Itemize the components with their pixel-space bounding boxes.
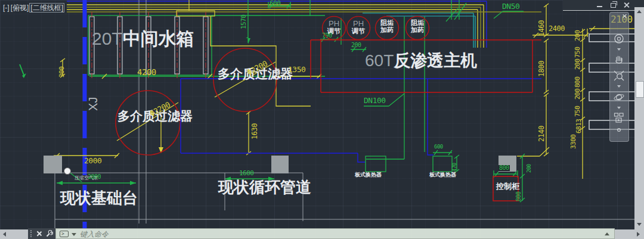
dim-label: 1630 [251,123,258,139]
minimize-button[interactable] [596,2,603,8]
scroll-left-icon[interactable] [3,232,6,237]
dim-label: 2140 [538,126,545,142]
heat-exchanger-2-label: 板式换热器 [429,172,456,178]
dim-label: 750 [574,106,581,117]
tank-label: 20T中间水箱 [92,29,194,48]
minimize-icon [597,6,602,7]
heat-exchanger-1-label: 板式换热器 [355,172,382,178]
horizontal-scrollbar-left[interactable] [0,229,28,239]
restore-button[interactable] [610,2,617,8]
dim-label: 750 [574,47,581,58]
blue-pipes [181,79,541,162]
pan-hand-icon[interactable] [613,54,625,66]
dim-label: 1460 [538,20,545,36]
navbar-close-icon[interactable] [622,14,627,18]
dim-label: 3300 [570,135,577,150]
customize-wrench-icon[interactable] [45,230,53,238]
zoom-icon[interactable] [613,70,625,82]
dim-label: 600 [434,144,443,150]
dim-label: 2400 [549,25,565,32]
dim-label: 2800 [88,174,101,180]
navbar-customize-icon[interactable] [613,127,625,134]
dim-label: 800 [574,77,581,88]
dim-label: 200 [574,59,581,70]
orbit-icon[interactable] [613,91,625,103]
command-input[interactable] [79,229,594,239]
dim-label: 6813 [575,119,582,134]
vertical-scrollbar[interactable] [634,7,644,229]
viewport-controls[interactable]: [-][俯视][二维线框] [2,3,64,13]
antiscale-dosing-2: 阻垢 加药 [406,20,429,33]
dim-label: 200 [351,42,361,48]
command-history-expand-icon[interactable] [605,232,609,235]
scroll-up-icon[interactable] [637,10,642,13]
dn50-label: DN50 [502,2,519,10]
close-icon [623,2,630,8]
dim-label: 200 [574,89,581,100]
ph-dosing-2: PH 调节 [347,20,370,35]
navbar-dropdown-icon[interactable] [617,107,621,109]
drawing-window-titlebar [563,0,644,11]
dim-label: 790 [322,33,332,39]
viewport-menu[interactable]: [-] [2,4,10,12]
horizontal-scrollbar-right[interactable] [615,229,644,239]
dim-label: 2000 [84,157,101,164]
navbar-dropdown-icon[interactable] [617,48,621,51]
axis-xj-label: XJ [87,97,100,111]
vertical-scrollbar-thumb[interactable] [636,81,644,98]
dim-label: 1350 [288,66,305,73]
viewport-visual-style-control[interactable]: [二维线框] [29,3,64,13]
scroll-right-icon[interactable] [637,232,640,237]
navigation-wheel-icon[interactable] [613,33,625,45]
dim-label: 470 [452,163,457,172]
autocad-drawing-canvas: [-][俯视][二维线框] 20T中间水箱 多介质过滤器 多介质过滤器 Φ220… [0,0,644,239]
viewport-view-control[interactable]: [俯视] [10,4,30,12]
navbar-dropdown-icon[interactable] [617,85,621,88]
dn100-label: DN100 [364,97,386,104]
showmotion-icon[interactable] [613,111,625,123]
foundation-label: 现状基础台 [60,190,138,206]
dim-label: 800 [516,191,522,201]
dim-label: 800 [499,165,510,171]
command-prompt-icon[interactable]: > [60,231,69,237]
grip-dots-icon[interactable] [30,230,32,237]
dim-label: 300 [58,67,65,77]
circulation-label: 现状循环管道 [218,179,311,195]
dim-label: 1600 [239,170,254,176]
dim-label: 600 [270,0,280,7]
dim-label: 200 [574,30,581,41]
scroll-down-icon[interactable] [637,223,642,226]
cabinet-label: 控制柜 [496,182,519,191]
command-close-icon[interactable] [36,231,42,237]
dim-label: 4200 [137,68,156,76]
dim-label: 200 [527,164,532,173]
command-palette-grip[interactable] [28,228,55,239]
dim-label: 1800 [538,61,545,77]
antiscale-dosing-1: 阻垢 加药 [376,20,398,33]
close-button[interactable] [623,2,630,8]
command-line-bar[interactable]: > [55,228,615,239]
ro-unit-label: 60T反渗透主机 [365,52,477,69]
command-dropdown-icon[interactable] [72,233,76,236]
dim-label: 1570 [240,15,247,30]
navigation-bar [609,12,629,142]
restore-icon [611,3,616,8]
